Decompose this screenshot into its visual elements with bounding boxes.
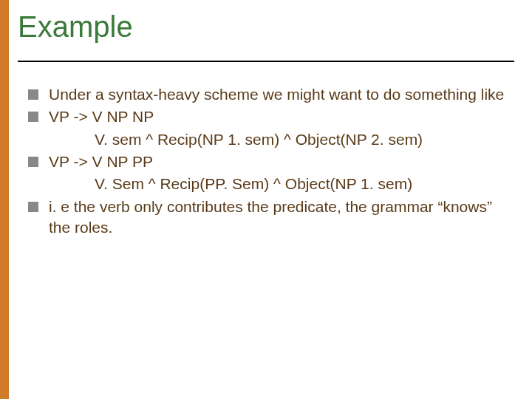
bullet-text: VP -> V NP NP	[49, 106, 507, 127]
bullet-item: VP -> V NP NP	[28, 106, 507, 127]
bullet-item: i. e the verb only contributes the predi…	[28, 197, 507, 239]
square-bullet-icon	[28, 112, 38, 122]
bullet-text: VP -> V NP PP	[49, 151, 507, 172]
bullet-text: Under a syntax-heavy scheme we might wan…	[49, 84, 507, 105]
bullet-text: i. e the verb only contributes the predi…	[49, 197, 507, 239]
slide-title: Example	[18, 10, 133, 44]
square-bullet-icon	[28, 202, 38, 212]
square-bullet-icon	[28, 89, 38, 100]
title-underline	[18, 61, 514, 62]
body-content: Under a syntax-heavy scheme we might wan…	[28, 84, 507, 239]
bullet-item: Under a syntax-heavy scheme we might wan…	[28, 84, 507, 105]
bullet-subtext: V. Sem ^ Recip(PP. Sem) ^ Object(NP 1. s…	[95, 174, 507, 194]
bullet-item: VP -> V NP PP	[28, 151, 507, 172]
accent-bar	[0, 0, 9, 399]
square-bullet-icon	[28, 157, 38, 167]
slide: Example Under a syntax-heavy scheme we m…	[0, 0, 532, 399]
bullet-subtext: V. sem ^ Recip(NP 1. sem) ^ Object(NP 2.…	[95, 129, 507, 150]
